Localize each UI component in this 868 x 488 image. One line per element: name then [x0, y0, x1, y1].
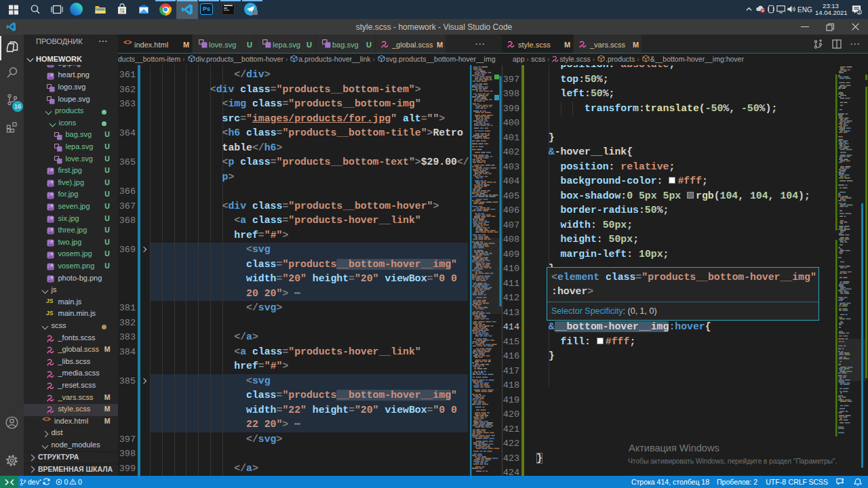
svg-text:2: 2: [859, 9, 861, 14]
